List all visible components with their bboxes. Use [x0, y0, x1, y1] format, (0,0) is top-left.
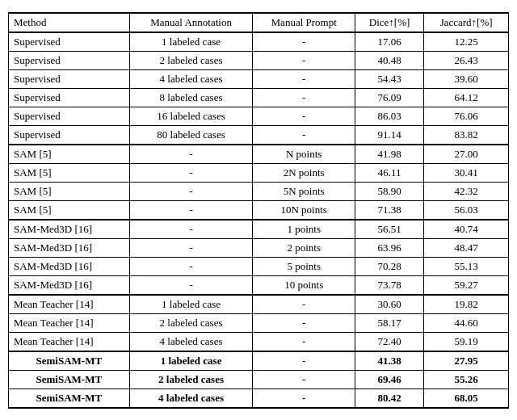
- cell-method: SAM [5]: [9, 163, 130, 182]
- table-row: SemiSAM-MT1 labeled case-41.3827.95: [9, 351, 509, 371]
- cell-annotation: 16 labeled cases: [129, 107, 253, 125]
- cell-jaccard: 56.03: [424, 200, 509, 220]
- header-jaccard: Jaccard↑[%]: [424, 13, 509, 32]
- table-row: Supervised16 labeled cases-86.0376.06: [9, 107, 509, 125]
- header-annotation: Manual Annotation: [129, 13, 253, 32]
- cell-dice: 86.03: [355, 107, 423, 125]
- table-row: SAM-Med3D [16]-2 points63.9648.47: [9, 238, 509, 257]
- cell-annotation: 80 labeled cases: [129, 125, 253, 145]
- cell-method: SAM [5]: [9, 182, 130, 200]
- cell-dice: 56.51: [355, 220, 423, 239]
- cell-annotation: -: [129, 275, 253, 295]
- table-row: Mean Teacher [14]1 labeled case-30.6019.…: [9, 295, 509, 314]
- cell-jaccard: 48.47: [424, 238, 509, 257]
- cell-annotation: -: [129, 238, 253, 257]
- cell-jaccard: 83.82: [424, 125, 509, 145]
- cell-prompt: 5N points: [253, 182, 355, 200]
- cell-jaccard: 39.60: [424, 69, 509, 88]
- table-row: Supervised2 labeled cases-40.4826.43: [9, 51, 509, 69]
- cell-method: Mean Teacher [14]: [9, 313, 130, 332]
- table-row: SAM [5]-N points41.9827.00: [9, 145, 509, 164]
- cell-prompt: -: [253, 125, 355, 145]
- cell-jaccard: 64.12: [424, 88, 509, 107]
- header-method: Method: [9, 13, 130, 32]
- cell-annotation: 2 labeled cases: [129, 313, 253, 332]
- cell-annotation: -: [129, 257, 253, 275]
- cell-jaccard: 55.26: [424, 370, 509, 388]
- cell-dice: 69.46: [355, 370, 423, 388]
- cell-method: SAM-Med3D [16]: [9, 275, 130, 295]
- cell-prompt: N points: [253, 145, 355, 164]
- cell-annotation: 2 labeled cases: [129, 370, 253, 388]
- cell-method: Mean Teacher [14]: [9, 332, 130, 351]
- cell-dice: 41.38: [355, 351, 423, 371]
- cell-prompt: -: [253, 370, 355, 388]
- cell-jaccard: 30.41: [424, 163, 509, 182]
- cell-jaccard: 42.32: [424, 182, 509, 200]
- table-row: SAM [5]-10N points71.3856.03: [9, 200, 509, 220]
- cell-method: Supervised: [9, 125, 130, 145]
- cell-jaccard: 19.82: [424, 295, 509, 314]
- cell-prompt: -: [253, 295, 355, 314]
- table-container: Method Manual Annotation Manual Prompt D…: [8, 12, 509, 409]
- cell-jaccard: 76.06: [424, 107, 509, 125]
- table-row: Supervised8 labeled cases-76.0964.12: [9, 88, 509, 107]
- cell-dice: 54.43: [355, 69, 423, 88]
- results-table: Method Manual Annotation Manual Prompt D…: [8, 12, 509, 409]
- cell-method: SemiSAM-MT: [9, 351, 130, 371]
- cell-dice: 58.90: [355, 182, 423, 200]
- cell-jaccard: 68.05: [424, 388, 509, 408]
- header-dice: Dice↑[%]: [355, 13, 423, 32]
- cell-annotation: 1 labeled case: [129, 351, 253, 371]
- cell-annotation: -: [129, 220, 253, 239]
- cell-jaccard: 44.60: [424, 313, 509, 332]
- cell-method: Mean Teacher [14]: [9, 295, 130, 314]
- cell-prompt: -: [253, 107, 355, 125]
- table-row: SAM [5]-2N points46.1130.41: [9, 163, 509, 182]
- cell-prompt: 10N points: [253, 200, 355, 220]
- cell-dice: 30.60: [355, 295, 423, 314]
- cell-method: Supervised: [9, 32, 130, 52]
- cell-annotation: -: [129, 145, 253, 164]
- cell-annotation: -: [129, 200, 253, 220]
- cell-dice: 46.11: [355, 163, 423, 182]
- header-prompt: Manual Prompt: [253, 13, 355, 32]
- cell-prompt: -: [253, 69, 355, 88]
- cell-prompt: 2N points: [253, 163, 355, 182]
- table-row: SAM [5]-5N points58.9042.32: [9, 182, 509, 200]
- cell-jaccard: 55.13: [424, 257, 509, 275]
- cell-jaccard: 59.27: [424, 275, 509, 295]
- cell-dice: 73.78: [355, 275, 423, 295]
- cell-annotation: 4 labeled cases: [129, 69, 253, 88]
- table-row: SemiSAM-MT4 labeled cases-80.4268.05: [9, 388, 509, 408]
- cell-jaccard: 40.74: [424, 220, 509, 239]
- cell-dice: 70.28: [355, 257, 423, 275]
- cell-prompt: 10 points: [253, 275, 355, 295]
- table-row: SAM-Med3D [16]-10 points73.7859.27: [9, 275, 509, 295]
- cell-prompt: -: [253, 51, 355, 69]
- cell-method: SemiSAM-MT: [9, 388, 130, 408]
- cell-method: SemiSAM-MT: [9, 370, 130, 388]
- cell-dice: 91.14: [355, 125, 423, 145]
- cell-annotation: -: [129, 163, 253, 182]
- cell-dice: 76.09: [355, 88, 423, 107]
- cell-dice: 71.38: [355, 200, 423, 220]
- cell-annotation: 1 labeled case: [129, 32, 253, 52]
- cell-annotation: 8 labeled cases: [129, 88, 253, 107]
- cell-prompt: 2 points: [253, 238, 355, 257]
- cell-dice: 58.17: [355, 313, 423, 332]
- cell-jaccard: 12.25: [424, 32, 509, 52]
- cell-jaccard: 26.43: [424, 51, 509, 69]
- cell-method: Supervised: [9, 69, 130, 88]
- cell-prompt: -: [253, 351, 355, 371]
- cell-method: SAM-Med3D [16]: [9, 257, 130, 275]
- cell-prompt: -: [253, 332, 355, 351]
- table-row: Mean Teacher [14]2 labeled cases-58.1744…: [9, 313, 509, 332]
- table-row: Mean Teacher [14]4 labeled cases-72.4059…: [9, 332, 509, 351]
- cell-dice: 63.96: [355, 238, 423, 257]
- table-row: Supervised4 labeled cases-54.4339.60: [9, 69, 509, 88]
- table-header-row: Method Manual Annotation Manual Prompt D…: [9, 13, 509, 32]
- cell-dice: 40.48: [355, 51, 423, 69]
- table-row: Supervised80 labeled cases-91.1483.82: [9, 125, 509, 145]
- table-row: SemiSAM-MT2 labeled cases-69.4655.26: [9, 370, 509, 388]
